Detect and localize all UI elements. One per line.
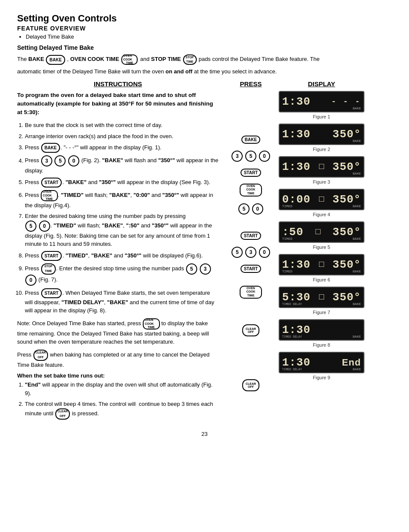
press-step7: 5 0: [223, 203, 279, 215]
bold-intro-text: To program the oven for a delayed bake s…: [17, 91, 219, 117]
press-header: PRESS: [223, 80, 279, 88]
fig9-bake-label: BAKE: [353, 367, 361, 371]
press-column: PRESS BAKE 3 5 0 START: [223, 80, 279, 422]
oven-cook-label-inline: OVEN COOK TIME: [70, 56, 121, 62]
feature-overview-heading: FEATURE OVERVIEW: [17, 25, 392, 32]
step-1: Be sure that the clock is set with the c…: [25, 121, 219, 130]
stop-time-label: STOP TIME: [151, 56, 182, 62]
fig8-bake-label: BAKE: [353, 335, 361, 339]
step-10: Press START. When Delayed Time Bake star…: [25, 288, 219, 315]
display-header: DISPLAY: [279, 80, 364, 88]
page-number: 23: [17, 431, 392, 437]
start-btn-step10: START: [41, 288, 62, 298]
intro-paragraph-2: automatic timer of the Delayed Time Bake…: [17, 67, 392, 76]
intro-paragraph-1: The BAKE BAKE , OVEN COOK TIME OVEN COOK…: [17, 54, 392, 65]
clear-off-btn-note2: CLEAROFF: [33, 350, 48, 361]
section-heading: Setting Delayed Time Bake: [17, 44, 392, 51]
fig9-caption: Figure 9: [279, 375, 364, 380]
press-0-btn-9: 0: [259, 247, 270, 258]
fig6-timed-label: TIMED: [282, 269, 292, 273]
fig4-timed-label: TIMED: [282, 204, 292, 208]
press-step5: START: [223, 169, 279, 177]
fig3-left: 1:30: [282, 160, 310, 173]
fig1-right: - - -: [331, 97, 361, 106]
btn-3-step9: 3: [200, 263, 211, 275]
press-oven-cook-note: OVEN COOKTIME: [240, 286, 262, 299]
press-note-oven: OVEN COOKTIME: [223, 286, 279, 299]
figure-5: :50 □ 350° TIMED BAKE: [279, 221, 364, 243]
figure-8: 1:30 TIMED DELAY BAKE: [279, 319, 364, 341]
intro-pre: The: [17, 56, 28, 62]
btn-5-step9: 5: [186, 263, 197, 275]
note-2: Press CLEAROFF when baking has completed…: [17, 350, 219, 369]
btn-0-step4: 0: [68, 155, 79, 166]
and-stop-label: and: [140, 56, 151, 62]
fig1-left: 1:30: [282, 95, 310, 108]
press-5-btn: 5: [245, 151, 256, 162]
fig3-caption: Figure 3: [279, 179, 364, 184]
fig2-bake-label: BAKE: [353, 139, 361, 143]
figure-9: 1:30 End TIMED DELAY BAKE: [279, 352, 364, 373]
display-column: DISPLAY 1:30 - - - BAKE Figure 1 1:30 35…: [279, 80, 364, 422]
fig3-bake-label: BAKE: [353, 172, 361, 175]
when-bake-list: "End" will appear in the display and the…: [25, 381, 219, 420]
note-1: Note: Once Delayed Time Bake has started…: [17, 318, 219, 346]
main-layout: INSTRUCTIONS To program the oven for a d…: [17, 80, 392, 422]
figure-3: 1:30 □ 350° BAKE: [279, 156, 364, 178]
fig1-caption: Figure 1: [279, 114, 364, 119]
step-6: Press OVEN COOKTIME . "TIMED" will flash…: [25, 190, 219, 210]
press-step9: 5 3 0: [223, 247, 279, 258]
press-start-btn-10: START: [241, 265, 262, 273]
press-oven-cook-btn-6: OVEN COOKTIME: [240, 184, 262, 196]
btn-3-step4: 3: [41, 155, 52, 166]
start-btn-step8: START: [41, 251, 62, 261]
figure-7: 5:30 □ 350° TIMED DELAY BAKE: [279, 287, 364, 308]
fig3-sep: □: [319, 162, 324, 172]
press-start-btn-8: START: [241, 232, 262, 240]
press-clear-off-end-btn: CLEAROFF: [242, 379, 259, 391]
press-clear-off-end: CLEAROFF: [223, 379, 279, 391]
press-step6: OVEN COOKTIME: [223, 184, 279, 196]
when-bake-header: When the set bake time runs out:: [17, 372, 219, 379]
press-step8: START: [223, 232, 279, 240]
page-container: Setting Oven Controls FEATURE OVERVIEW D…: [17, 13, 392, 437]
press-step4: 3 5 0: [223, 151, 279, 162]
figure-6: 1:30 □ 350° TIMED BAKE: [279, 254, 364, 275]
fig8-timed-label: TIMED DELAY: [282, 335, 302, 339]
press-step10: START: [223, 265, 279, 273]
press-5-btn-9: 5: [232, 247, 243, 258]
start-btn-step5: START: [41, 178, 62, 187]
when-bake-step-1: "End" will appear in the display and the…: [25, 381, 219, 397]
instructions-header: INSTRUCTIONS: [17, 80, 219, 88]
btn-0-step7: 0: [39, 221, 50, 232]
stop-time-btn-icon: STOPTIME: [183, 54, 197, 65]
figure-4: 0:00 □ 350° TIMED BAKE: [279, 189, 364, 210]
press-0-btn: 0: [259, 151, 270, 162]
press-start-btn-5: START: [241, 169, 262, 177]
fig4-caption: Figure 4: [279, 212, 364, 217]
oven-cook-btn-icon: OVEN COOKTIME: [121, 54, 138, 65]
oven-cook-btn-step6: OVEN COOKTIME: [41, 190, 58, 201]
fig6-bake-label: BAKE: [353, 269, 361, 273]
bake-btn-step3: BAKE: [41, 143, 60, 153]
fig7-timed-label: TIMED DELAY: [282, 302, 302, 306]
fig6-caption: Figure 6: [279, 277, 364, 282]
step-2: Arrange interior oven rack(s) and place …: [25, 132, 219, 141]
step-4: Press 3 5 0 (Fig. 2). "BAKE" will flash …: [25, 155, 219, 175]
step-8: Press START. "TIMED", "BAKE" and "350°" …: [25, 251, 219, 261]
stop-time-btn-step9: STOPTIME: [41, 263, 56, 275]
fig1-bake-label: BAKE: [353, 106, 361, 110]
on-off-label: on and off: [165, 68, 192, 75]
fig4-bake-label: BAKE: [353, 204, 361, 208]
fig7-sep: □: [319, 292, 324, 302]
fig7-bake-label: BAKE: [353, 302, 361, 306]
press-clear-off-btn: CLEAROFF: [242, 324, 259, 336]
press-clear-off: CLEAROFF: [223, 324, 279, 336]
fig5-sep: □: [316, 227, 321, 237]
instruction-list: Be sure that the clock is set with the c…: [25, 121, 219, 315]
press-5-btn-7: 5: [238, 203, 250, 215]
press-bake-btn: BAKE: [241, 136, 260, 144]
bake-button-inline: BAKE: [45, 56, 67, 62]
press-0-btn-7: 0: [252, 203, 263, 215]
bake-btn-icon: BAKE: [46, 55, 65, 65]
